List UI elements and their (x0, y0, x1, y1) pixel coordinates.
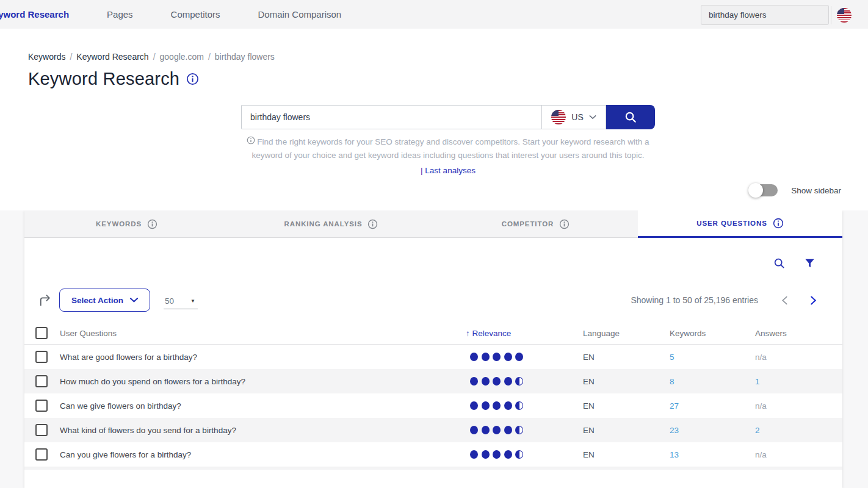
tab-bar: KEYWORDS RANKING ANALYSIS COMPETITOR USE… (24, 210, 842, 238)
breadcrumb-keywords[interactable]: Keywords (28, 52, 65, 62)
table-row-partial (24, 467, 842, 470)
breadcrumb-keyword-research[interactable]: Keyword Research (76, 52, 148, 62)
us-flag-icon (551, 110, 566, 124)
language-cell: EN (583, 450, 670, 459)
relevance-dot (504, 377, 512, 386)
table-row[interactable]: What are good flowers for a birthday? EN… (24, 345, 842, 369)
relevance-dot (482, 450, 490, 459)
answers-cell[interactable]: 1 (755, 377, 842, 386)
select-all-checkbox[interactable] (35, 327, 48, 339)
breadcrumb-keyword[interactable]: birthday flowers (215, 52, 275, 62)
toggle-knob (748, 183, 763, 198)
table-row[interactable]: Can we give flowers on birthday? EN 27 n… (24, 393, 842, 418)
keywords-link[interactable]: 5 (670, 353, 675, 362)
filter-icon[interactable] (804, 257, 816, 269)
relevance-dot (493, 377, 501, 386)
previous-page-icon[interactable] (781, 296, 788, 305)
language-cell: EN (583, 401, 670, 411)
last-analyses-link[interactable]: | Last analyses (421, 166, 476, 175)
relevance-dots (470, 353, 583, 361)
nav-item-competitors[interactable]: Competitors (152, 9, 239, 20)
page-size-select[interactable]: 50 ▼ (164, 291, 198, 309)
keywords-link[interactable]: 23 (670, 426, 679, 435)
column-header-user-questions[interactable]: User Questions (60, 329, 466, 338)
relevance-dot (470, 353, 478, 361)
info-icon (247, 136, 257, 145)
chevron-down-icon (130, 298, 138, 303)
relevance-dot (482, 401, 490, 410)
page-size-value: 50 (165, 296, 174, 306)
row-checkbox[interactable] (35, 351, 48, 363)
breadcrumb-separator: / (208, 52, 211, 62)
nav-item-domain-comparison[interactable]: Domain Comparison (239, 9, 360, 20)
info-icon[interactable] (147, 219, 157, 229)
answers-cell: n/a (755, 401, 842, 411)
relevance-dot (515, 377, 523, 386)
column-header-language[interactable]: Language (583, 329, 670, 338)
tab-label: USER QUESTIONS (696, 220, 767, 227)
keyword-input[interactable] (241, 105, 541, 129)
relevance-dot (482, 353, 490, 361)
column-label: Relevance (472, 329, 512, 338)
relevance-dot (493, 401, 501, 410)
breadcrumb-domain[interactable]: google.com (160, 52, 204, 62)
title-info-icon[interactable] (186, 73, 199, 85)
relevance-dots (470, 450, 583, 459)
answers-cell: n/a (755, 450, 842, 459)
export-icon[interactable] (38, 293, 52, 307)
tab-label: KEYWORDS (96, 220, 142, 228)
table-row[interactable]: How much do you spend on flowers for a b… (24, 369, 842, 393)
table-action-row: Select Action 50 ▼ Showing 1 to 50 of 25… (24, 289, 842, 312)
table-search-icon[interactable] (773, 257, 786, 270)
next-page-icon[interactable] (810, 296, 817, 305)
relevance-dot (470, 450, 478, 459)
relevance-dot (482, 377, 490, 386)
show-sidebar-toggle[interactable] (750, 184, 778, 196)
column-header-keywords[interactable]: Keywords (670, 329, 755, 338)
row-checkbox[interactable] (35, 400, 48, 412)
tab-label: COMPETITOR (502, 220, 554, 228)
keywords-link[interactable]: 8 (670, 377, 675, 386)
tab-user-questions[interactable]: USER QUESTIONS (638, 210, 842, 238)
tab-competitor[interactable]: COMPETITOR (433, 210, 638, 238)
answers-cell[interactable]: 2 (755, 426, 842, 435)
relevance-dot (493, 450, 501, 459)
info-icon[interactable] (559, 219, 570, 229)
relevance-dot (504, 426, 512, 434)
nav-item-keyword-research[interactable]: Keyword Research (0, 9, 88, 20)
row-checkbox[interactable] (35, 448, 48, 461)
relevance-dots (470, 377, 583, 386)
tab-ranking-analysis[interactable]: RANKING ANALYSIS (229, 210, 433, 238)
keywords-link[interactable]: 13 (670, 450, 679, 459)
breadcrumb-separator: / (70, 52, 72, 62)
keywords-link[interactable]: 27 (670, 401, 679, 411)
table-row[interactable]: What kind of flowers do you send for a b… (24, 418, 842, 442)
us-flag-icon[interactable] (837, 8, 852, 23)
row-checkbox[interactable] (35, 424, 48, 436)
country-code: US (571, 112, 583, 122)
top-navbar: Keyword Research Pages Competitors Domai… (0, 0, 868, 29)
relevance-dot (482, 426, 490, 434)
topnav-search-input[interactable] (701, 5, 829, 25)
relevance-dot (504, 353, 512, 361)
column-header-relevance[interactable]: ↑ Relevance (466, 329, 583, 338)
column-header-answers[interactable]: Answers (755, 329, 842, 338)
nav-item-pages[interactable]: Pages (88, 9, 152, 20)
chevron-down-icon (589, 115, 596, 120)
hero-section: Keywords / Keyword Research / google.com… (0, 29, 868, 210)
table-header: User Questions ↑ Relevance Language Keyw… (24, 322, 842, 345)
description-line1: Find the right keywords for your SEO str… (257, 137, 649, 146)
row-checkbox[interactable] (35, 375, 48, 387)
language-cell: EN (583, 353, 670, 362)
info-icon[interactable] (773, 218, 784, 229)
table-row[interactable]: Can you give flowers for a birthday? EN … (24, 442, 842, 467)
question-text: Can you give flowers for a birthday? (60, 450, 466, 459)
country-select[interactable]: US (541, 105, 606, 129)
info-icon[interactable] (367, 219, 378, 229)
relevance-dot (504, 401, 512, 410)
relevance-dot (515, 426, 523, 434)
tab-keywords[interactable]: KEYWORDS (24, 210, 229, 238)
select-action-button[interactable]: Select Action (59, 289, 150, 312)
relevance-dot (515, 401, 523, 410)
search-button[interactable] (606, 105, 655, 129)
